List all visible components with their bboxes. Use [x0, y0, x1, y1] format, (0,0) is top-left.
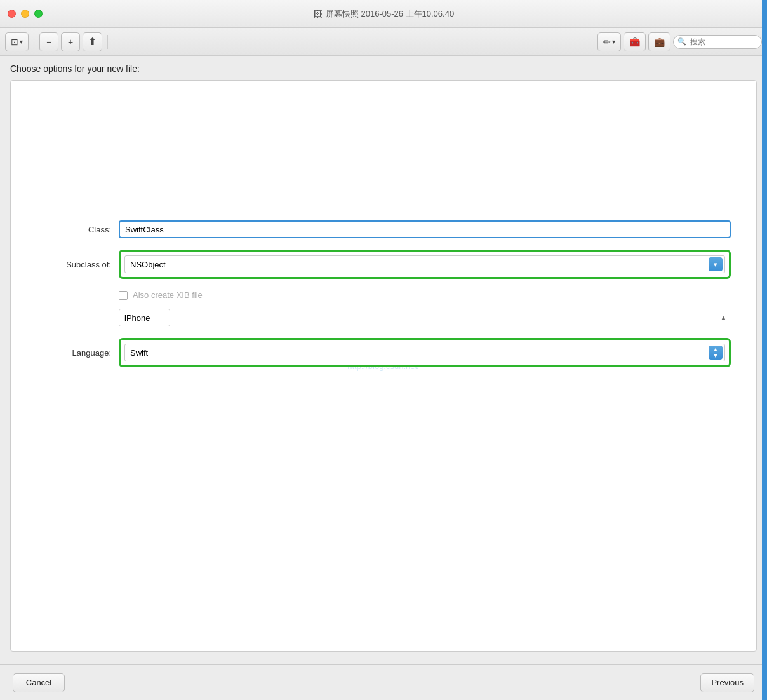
share-icon: ⬆ [88, 36, 97, 48]
window-title: 🖼 屏幕快照 2016-05-26 上午10.06.40 [313, 8, 454, 20]
subclass-wrapper: NSObject ▾ [119, 250, 731, 279]
class-input[interactable] [119, 220, 731, 238]
iphone-wrapper: iPhone ▲ [119, 309, 731, 326]
language-row: Language: Swift ▲ ▼ [36, 338, 731, 367]
share-button[interactable]: ⬆ [83, 32, 102, 51]
language-label: Language: [36, 348, 119, 358]
toolbox-icon: 🧰 [629, 37, 640, 47]
language-select[interactable]: Swift [124, 344, 725, 361]
right-strip [762, 0, 767, 700]
toolbar-separator-1 [34, 35, 34, 49]
search-input[interactable] [673, 35, 762, 49]
dropdown-arrow: ▾ [20, 38, 23, 45]
iphone-row: iPhone ▲ [36, 309, 731, 326]
view-toggle-button[interactable]: ⊡ ▾ [5, 32, 29, 51]
briefcase-icon: 💼 [654, 37, 665, 47]
toolbox-button[interactable]: 🧰 [624, 32, 646, 51]
xib-checkbox[interactable] [119, 291, 128, 300]
pen-dropdown: ▾ [612, 38, 615, 45]
zoom-out-icon: − [46, 37, 51, 47]
dialog-area: http://blog.csdn.net/ Class: Subclass of… [10, 80, 757, 652]
minimize-button[interactable] [21, 10, 29, 18]
pen-button[interactable]: ✏ ▾ [597, 32, 621, 51]
traffic-lights [8, 10, 43, 18]
iphone-arrow-icon: ▲ [720, 314, 727, 321]
page-subtitle: Choose options for your new file: [10, 64, 757, 74]
cancel-button[interactable]: Cancel [13, 673, 65, 692]
title-icon: 🖼 [313, 9, 322, 19]
search-wrapper [673, 35, 762, 49]
view-icon: ⊡ [11, 37, 18, 47]
subclass-label: Subclass of: [36, 260, 119, 269]
zoom-in-icon: + [68, 37, 73, 47]
zoom-out-button[interactable]: − [39, 32, 58, 51]
iphone-select[interactable]: iPhone [119, 309, 170, 326]
main-content: Choose options for your new file: http:/… [0, 56, 767, 659]
class-row: Class: [36, 220, 731, 238]
xib-label: Also create XIB file [133, 290, 203, 300]
class-label: Class: [36, 225, 119, 234]
close-button[interactable] [8, 10, 16, 18]
bottom-bar: Cancel Previous [0, 664, 767, 700]
toolbar: ⊡ ▾ − + ⬆ ✏ ▾ 🧰 💼 [0, 28, 767, 56]
briefcase-button[interactable]: 💼 [648, 32, 670, 51]
zoom-in-button[interactable]: + [61, 32, 80, 51]
maximize-button[interactable] [34, 10, 43, 18]
language-wrapper: Swift ▲ ▼ [119, 338, 731, 367]
previous-button[interactable]: Previous [700, 673, 754, 692]
subclass-row: Subclass of: NSObject ▾ [36, 250, 731, 279]
title-bar: 🖼 屏幕快照 2016-05-26 上午10.06.40 [0, 0, 767, 28]
xib-row: Also create XIB file [36, 290, 731, 300]
pen-icon: ✏ [603, 37, 611, 47]
toolbar-separator-2 [107, 35, 108, 49]
form-section: Class: Subclass of: NSObject ▾ Also crea… [11, 220, 756, 379]
subclass-select[interactable]: NSObject [124, 255, 725, 273]
